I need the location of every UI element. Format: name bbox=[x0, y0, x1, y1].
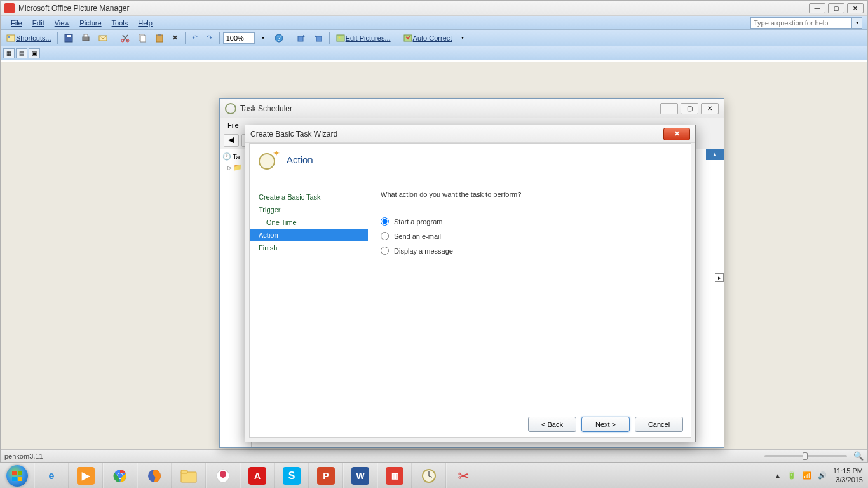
radio-start-program[interactable] bbox=[381, 217, 389, 226]
rotate-right-icon bbox=[313, 33, 323, 43]
back-button[interactable]: < Back bbox=[528, 417, 576, 432]
ts-titlebar: Task Scheduler — ▢ ✕ bbox=[220, 99, 724, 118]
taskbar-powerpoint[interactable]: P bbox=[309, 463, 343, 489]
taskbar-snipping-tool[interactable]: ✂ bbox=[446, 463, 480, 489]
folder-icon bbox=[180, 467, 198, 485]
svg-rect-3 bbox=[67, 35, 71, 37]
system-tray: ▲ 🔋 📶 🔊 11:15 PM 3/3/2015 bbox=[770, 467, 868, 484]
taskbar-firefox[interactable] bbox=[137, 463, 172, 489]
pdf-icon: A bbox=[248, 467, 266, 485]
svg-rect-17 bbox=[337, 35, 344, 41]
step-create-task[interactable]: Create a Basic Task bbox=[250, 191, 368, 203]
tray-clock[interactable]: 11:15 PM 3/3/2015 bbox=[833, 467, 863, 484]
ts-expand-button[interactable]: ▸ bbox=[715, 273, 724, 282]
step-trigger[interactable]: Trigger bbox=[250, 203, 368, 216]
swirl-icon bbox=[214, 467, 232, 485]
menu-edit[interactable]: Edit bbox=[27, 18, 50, 28]
step-finish[interactable]: Finish bbox=[250, 241, 368, 254]
cut-button[interactable] bbox=[118, 32, 133, 44]
help-button[interactable]: ? bbox=[271, 32, 287, 44]
print-button[interactable] bbox=[78, 32, 93, 44]
cancel-button[interactable]: Cancel bbox=[635, 417, 683, 432]
menu-help[interactable]: Help bbox=[133, 18, 158, 28]
svg-rect-21 bbox=[18, 471, 22, 475]
filmstrip-view-button[interactable]: ▤ bbox=[16, 48, 27, 58]
delete-button[interactable]: ✕ bbox=[169, 32, 182, 44]
wmp-icon: ▶ bbox=[77, 467, 95, 485]
svg-rect-22 bbox=[12, 477, 17, 481]
radio-send-email[interactable] bbox=[381, 232, 389, 240]
rotate-right-button[interactable] bbox=[311, 32, 326, 44]
menu-tools[interactable]: Tools bbox=[107, 18, 133, 28]
copy-button[interactable] bbox=[135, 32, 150, 44]
minimize-button[interactable]: — bbox=[809, 3, 825, 13]
taskbar-adobe-reader[interactable]: A bbox=[240, 463, 275, 489]
zoom-combo[interactable]: 100% bbox=[223, 32, 255, 44]
zoom-dropdown[interactable]: ▾ bbox=[257, 32, 269, 44]
svg-rect-4 bbox=[83, 37, 89, 41]
ts-back-button[interactable]: ⯇ bbox=[224, 134, 239, 147]
taskbar-media-player[interactable]: ▶ bbox=[69, 463, 103, 489]
wizard-close-button[interactable]: ✕ bbox=[663, 128, 690, 140]
menu-file[interactable]: File bbox=[6, 18, 27, 28]
step-action[interactable]: Action bbox=[250, 229, 368, 241]
redo-button[interactable]: ↷ bbox=[203, 32, 216, 44]
zoom-magnifier-icon[interactable]: 🔍 bbox=[853, 451, 864, 461]
tray-battery-icon[interactable]: 🔋 bbox=[787, 471, 796, 480]
paste-button[interactable] bbox=[152, 32, 167, 44]
taskbar-app1[interactable] bbox=[206, 463, 240, 489]
thumbnail-view-button[interactable]: ▦ bbox=[3, 48, 15, 58]
shortcuts-button[interactable]: Shortcuts... bbox=[3, 32, 54, 44]
help-icon: ? bbox=[274, 33, 284, 43]
svg-rect-10 bbox=[140, 36, 146, 42]
single-view-button[interactable]: ▣ bbox=[29, 48, 40, 58]
taskbar-skype[interactable]: S bbox=[275, 463, 309, 489]
picture-manager-icon: ▦ bbox=[386, 467, 403, 485]
svg-rect-20 bbox=[12, 471, 17, 475]
menu-view[interactable]: View bbox=[50, 18, 75, 28]
tray-volume-icon[interactable]: 🔊 bbox=[818, 471, 827, 480]
ts-collapse-button[interactable]: ▲ bbox=[706, 149, 724, 160]
option-display-message[interactable]: Display a message bbox=[381, 247, 678, 255]
taskbar-ie[interactable]: e bbox=[34, 463, 69, 489]
taskbar-picture-manager[interactable]: ▦ bbox=[377, 463, 412, 489]
menu-picture[interactable]: Picture bbox=[74, 18, 106, 28]
start-button[interactable] bbox=[0, 463, 34, 489]
svg-text:?: ? bbox=[277, 35, 281, 42]
powerpoint-icon: P bbox=[317, 467, 335, 485]
help-dropdown-button[interactable]: ▾ bbox=[852, 17, 862, 29]
option-start-program[interactable]: Start a program bbox=[381, 217, 678, 226]
taskbar-task-scheduler[interactable] bbox=[412, 463, 446, 489]
folder-icon: 📁 bbox=[233, 163, 242, 172]
taskbar-explorer[interactable] bbox=[172, 463, 206, 489]
save-button[interactable] bbox=[61, 32, 76, 44]
tray-show-hidden-icon[interactable]: ▲ bbox=[775, 472, 781, 479]
scheduler-icon bbox=[420, 467, 438, 485]
close-button[interactable]: ✕ bbox=[847, 3, 864, 13]
help-search-input[interactable] bbox=[750, 17, 852, 29]
wizard-heading: Action bbox=[287, 154, 313, 165]
radio-display-message[interactable] bbox=[381, 247, 389, 255]
ts-close-button[interactable]: ✕ bbox=[701, 103, 719, 114]
ts-menu-file[interactable]: File bbox=[224, 121, 243, 129]
zoom-slider[interactable] bbox=[764, 455, 847, 458]
mail-button[interactable] bbox=[95, 32, 111, 44]
rotate-left-button[interactable] bbox=[294, 32, 309, 44]
taskbar-chrome[interactable] bbox=[103, 463, 137, 489]
step-one-time[interactable]: One Time bbox=[250, 216, 368, 229]
ts-minimize-button[interactable]: — bbox=[660, 103, 678, 114]
maximize-button[interactable]: ▢ bbox=[828, 3, 844, 13]
wizard-task-icon: ✦ bbox=[259, 149, 279, 170]
ts-maximize-button[interactable]: ▢ bbox=[681, 103, 698, 114]
redo-icon: ↷ bbox=[207, 34, 212, 42]
chrome-icon bbox=[111, 467, 129, 485]
auto-correct-dropdown[interactable]: ▾ bbox=[456, 32, 469, 44]
undo-button[interactable]: ↶ bbox=[189, 32, 201, 44]
next-button[interactable]: Next > bbox=[581, 417, 630, 432]
edit-pictures-button[interactable]: Edit Pictures... bbox=[333, 32, 393, 44]
option-send-email[interactable]: Send an e-mail bbox=[381, 232, 678, 240]
auto-correct-button[interactable]: Auto Correct bbox=[400, 32, 455, 44]
tray-network-icon[interactable]: 📶 bbox=[803, 471, 811, 480]
shortcuts-icon bbox=[6, 33, 16, 43]
taskbar-word[interactable]: W bbox=[343, 463, 377, 489]
